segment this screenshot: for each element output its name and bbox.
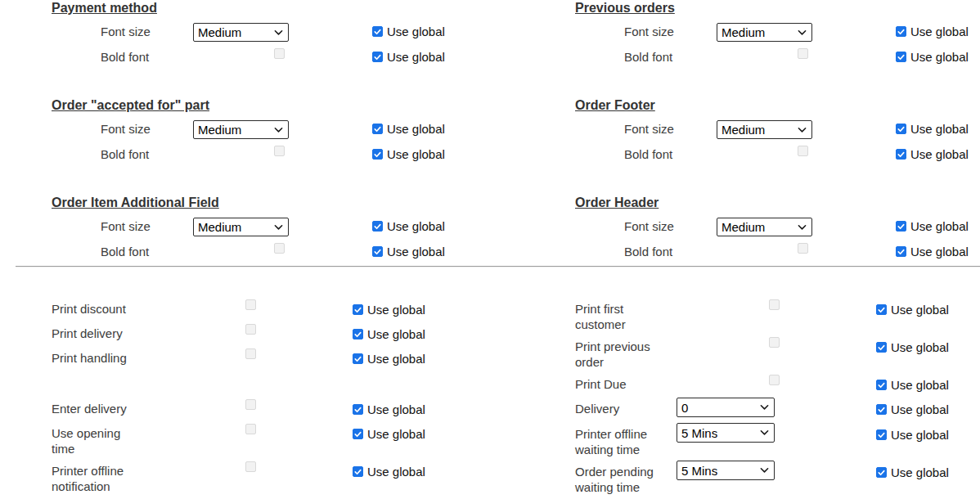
checkmark-icon bbox=[897, 27, 906, 36]
use-global-label: Use global bbox=[891, 465, 949, 479]
use-global-label: Use global bbox=[891, 378, 949, 392]
printer-offline-notification-label: Printer offline notification bbox=[52, 463, 142, 494]
printer-offline-notification-checkbox[interactable] bbox=[245, 461, 256, 472]
use-global-checkbox[interactable] bbox=[353, 404, 363, 415]
use-global-option: Use global bbox=[896, 49, 969, 64]
use-global-checkbox[interactable] bbox=[353, 304, 363, 315]
use-global-checkbox[interactable] bbox=[372, 52, 383, 62]
font-size-select[interactable]: Medium bbox=[717, 120, 812, 139]
font-size-select-value: Medium bbox=[198, 123, 241, 137]
use-opening-time-checkbox[interactable] bbox=[245, 424, 256, 434]
use-global-checkbox[interactable] bbox=[876, 342, 887, 353]
print-handling-label: Print handling bbox=[52, 350, 142, 366]
use-global-checkbox[interactable] bbox=[896, 26, 906, 37]
printer-offline-waiting-time-select-value: 5 Mins bbox=[681, 426, 717, 440]
font-size-select[interactable]: Medium bbox=[193, 120, 289, 139]
print-first-customer-checkbox[interactable] bbox=[769, 299, 780, 310]
font-size-select[interactable]: Medium bbox=[717, 218, 812, 236]
use-global-option: Use global bbox=[876, 339, 949, 354]
use-global-label: Use global bbox=[387, 122, 445, 136]
use-global-checkbox[interactable] bbox=[876, 404, 887, 415]
use-global-option: Use global bbox=[372, 121, 445, 136]
use-global-checkbox[interactable] bbox=[372, 26, 383, 37]
use-global-checkbox[interactable] bbox=[896, 52, 906, 62]
checkmark-icon bbox=[373, 222, 382, 231]
section-title: Previous orders bbox=[575, 1, 675, 16]
checkmark-icon bbox=[877, 380, 886, 389]
use-global-checkbox[interactable] bbox=[896, 221, 906, 232]
use-global-checkbox[interactable] bbox=[876, 467, 887, 478]
use-global-option: Use global bbox=[372, 24, 445, 38]
use-global-checkbox[interactable] bbox=[353, 429, 363, 439]
use-global-label: Use global bbox=[367, 465, 425, 479]
checkmark-icon bbox=[877, 343, 886, 352]
bold-font-checkbox[interactable] bbox=[798, 146, 808, 156]
use-global-label: Use global bbox=[910, 122, 969, 136]
use-global-checkbox[interactable] bbox=[876, 380, 887, 390]
checkmark-icon bbox=[373, 247, 382, 256]
use-global-label: Use global bbox=[910, 25, 969, 38]
bold-font-checkbox[interactable] bbox=[798, 243, 808, 254]
use-global-option: Use global bbox=[876, 465, 949, 479]
font-size-select[interactable]: Medium bbox=[193, 23, 289, 42]
use-global-checkbox[interactable] bbox=[353, 329, 363, 339]
use-global-checkbox[interactable] bbox=[372, 221, 383, 232]
use-global-label: Use global bbox=[891, 428, 949, 442]
use-global-checkbox[interactable] bbox=[372, 149, 383, 160]
order-pending-waiting-time-select[interactable]: 5 Mins bbox=[677, 461, 775, 480]
use-global-label: Use global bbox=[387, 245, 445, 258]
print-delivery-checkbox[interactable] bbox=[245, 324, 256, 335]
checkmark-icon bbox=[353, 354, 362, 363]
print-discount-label: Print discount bbox=[52, 301, 142, 317]
use-global-option: Use global bbox=[876, 377, 949, 392]
checkmark-icon bbox=[353, 305, 362, 314]
print-discount-checkbox[interactable] bbox=[245, 299, 256, 310]
use-global-checkbox[interactable] bbox=[372, 124, 383, 134]
use-global-option: Use global bbox=[896, 146, 969, 161]
print-handling-checkbox[interactable] bbox=[245, 348, 256, 359]
use-global-option: Use global bbox=[353, 326, 425, 341]
use-global-checkbox[interactable] bbox=[876, 429, 887, 440]
font-panel-order-accepted-for: Order "accepted for" part Font size Medi… bbox=[52, 98, 454, 170]
checkmark-icon bbox=[373, 52, 382, 61]
chevron-down-icon bbox=[798, 29, 807, 36]
font-size-select[interactable]: Medium bbox=[193, 218, 289, 236]
use-global-checkbox[interactable] bbox=[896, 124, 906, 134]
use-global-option: Use global bbox=[876, 402, 949, 416]
use-global-checkbox[interactable] bbox=[896, 149, 906, 160]
chevron-down-icon bbox=[274, 29, 283, 36]
printer-offline-waiting-time-select[interactable]: 5 Mins bbox=[677, 423, 775, 443]
print-previous-order-checkbox[interactable] bbox=[769, 337, 780, 348]
use-global-checkbox[interactable] bbox=[876, 304, 887, 315]
use-global-option: Use global bbox=[353, 351, 425, 366]
bold-font-checkbox[interactable] bbox=[274, 48, 285, 59]
delivery-select[interactable]: 0 bbox=[677, 398, 775, 417]
checkmark-icon bbox=[373, 27, 382, 36]
print-due-checkbox[interactable] bbox=[769, 375, 780, 385]
chevron-down-icon bbox=[274, 224, 283, 231]
bold-font-label: Bold font bbox=[624, 50, 672, 64]
print-previous-order-label: Print previous order bbox=[575, 339, 665, 370]
bold-font-checkbox[interactable] bbox=[798, 48, 808, 59]
print-delivery-label: Print delivery bbox=[52, 326, 142, 341]
chevron-down-icon bbox=[760, 467, 769, 474]
enter-delivery-checkbox[interactable] bbox=[245, 399, 256, 410]
use-global-checkbox[interactable] bbox=[353, 466, 363, 477]
use-global-option: Use global bbox=[372, 146, 445, 161]
use-global-checkbox[interactable] bbox=[896, 246, 906, 257]
bold-font-checkbox[interactable] bbox=[274, 146, 285, 156]
font-panel-order-header: Order Header Font size Medium Use global… bbox=[575, 196, 978, 267]
chevron-down-icon bbox=[274, 127, 283, 133]
use-global-checkbox[interactable] bbox=[353, 353, 363, 364]
checkmark-icon bbox=[877, 430, 886, 439]
use-global-option: Use global bbox=[876, 302, 949, 317]
use-global-option: Use global bbox=[372, 218, 445, 233]
font-size-select-value: Medium bbox=[198, 25, 241, 39]
chevron-down-icon bbox=[760, 429, 769, 436]
bold-font-checkbox[interactable] bbox=[274, 243, 285, 254]
use-global-checkbox[interactable] bbox=[372, 246, 383, 257]
font-size-label: Font size bbox=[101, 25, 151, 38]
use-global-option: Use global bbox=[876, 427, 949, 442]
font-size-select[interactable]: Medium bbox=[717, 23, 812, 42]
enter-delivery-label: Enter delivery bbox=[52, 401, 142, 416]
